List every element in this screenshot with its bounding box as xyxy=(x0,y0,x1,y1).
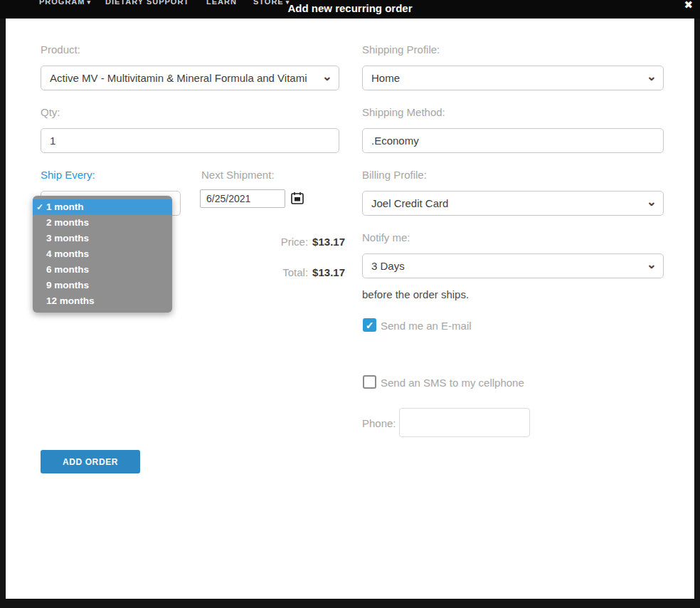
add-recurring-order-modal: Product: Active MV - Multivitamin & Mine… xyxy=(6,19,694,599)
sms-checkbox-label[interactable]: Send an SMS to my cellphone xyxy=(381,377,524,389)
dropdown-option-4-months[interactable]: 4 months xyxy=(33,246,172,262)
dropdown-option-label: 1 month xyxy=(46,201,84,212)
dropdown-option-label: 12 months xyxy=(46,295,95,306)
billing-profile-value: Joel Credit Card xyxy=(371,197,448,209)
dropdown-option-label: 6 months xyxy=(46,264,89,275)
dropdown-option-12-months[interactable]: 12 months xyxy=(33,293,172,309)
billing-profile-select[interactable]: Joel Credit Card ⌄ xyxy=(362,191,664,216)
shipping-method-input[interactable]: .Economy xyxy=(362,128,664,153)
qty-value: 1 xyxy=(50,135,55,147)
shipping-profile-label: Shipping Profile: xyxy=(362,43,440,56)
shipping-method-label: Shipping Method: xyxy=(362,106,445,118)
product-select-value: Active MV - Multivitamin & Mineral Formu… xyxy=(50,72,307,84)
total-label: Total: xyxy=(282,266,308,278)
page-backdrop-bottom xyxy=(0,599,700,608)
notify-suffix-text: before the order ships. xyxy=(362,288,469,300)
dropdown-option-9-months[interactable]: 9 months xyxy=(33,278,172,293)
shipping-method-value: .Economy xyxy=(371,135,419,147)
dropdown-option-6-months[interactable]: 6 months xyxy=(33,262,172,278)
calendar-icon[interactable] xyxy=(291,192,304,204)
check-icon: ✓ xyxy=(36,199,43,215)
billing-profile-label: Billing Profile: xyxy=(362,169,427,181)
total-row: Total: $13.17 xyxy=(200,266,345,278)
price-label: Price: xyxy=(281,236,308,248)
shipping-profile-select[interactable]: Home ⌄ xyxy=(362,65,664,90)
add-order-button[interactable]: ADD ORDER xyxy=(41,450,140,473)
dropdown-option-label: 4 months xyxy=(46,248,89,259)
ship-every-label: Ship Every: xyxy=(41,169,95,181)
sms-checkbox[interactable] xyxy=(363,375,376,389)
qty-label: Qty: xyxy=(41,106,60,118)
next-shipment-label: Next Shipment: xyxy=(201,169,275,181)
price-row: Price: $13.17 xyxy=(200,236,345,248)
dropdown-option-label: 2 months xyxy=(46,217,89,228)
close-icon[interactable]: ✖ xyxy=(684,0,693,11)
chevron-down-icon: ⌄ xyxy=(322,70,332,83)
next-shipment-input[interactable] xyxy=(200,189,285,208)
dropdown-option-label: 9 months xyxy=(46,280,89,290)
product-label: Product: xyxy=(41,43,80,56)
modal-title: Add new recurring order xyxy=(0,2,700,14)
qty-input[interactable]: 1 xyxy=(41,128,339,153)
dropdown-option-label: 3 months xyxy=(46,233,89,243)
total-value: $13.17 xyxy=(312,266,345,278)
dropdown-option-1-month[interactable]: ✓ 1 month xyxy=(33,199,172,215)
phone-input[interactable] xyxy=(399,408,530,437)
dropdown-option-2-months[interactable]: 2 months xyxy=(33,215,172,231)
notify-me-value: 3 Days xyxy=(371,260,405,272)
check-icon: ✓ xyxy=(366,320,374,331)
chevron-down-icon: ⌄ xyxy=(647,70,657,83)
dropdown-option-3-months[interactable]: 3 months xyxy=(33,231,172,246)
top-bar: PROGRAM▾ DIETARY SUPPORT LEARN STORE▾ Ad… xyxy=(0,0,700,19)
notify-me-select[interactable]: 3 Days ⌄ xyxy=(362,253,664,278)
chevron-down-icon: ⌄ xyxy=(647,258,657,271)
email-checkbox-label[interactable]: Send me an E-mail xyxy=(381,320,472,332)
product-select[interactable]: Active MV - Multivitamin & Mineral Formu… xyxy=(41,65,339,90)
shipping-profile-value: Home xyxy=(371,72,400,84)
notify-me-label: Notify me: xyxy=(362,231,410,243)
price-value: $13.17 xyxy=(312,236,345,248)
chevron-down-icon: ⌄ xyxy=(647,196,657,208)
ship-every-dropdown: ✓ 1 month 2 months 3 months 4 months 6 m… xyxy=(33,196,172,313)
phone-label: Phone: xyxy=(362,417,396,429)
email-checkbox[interactable]: ✓ xyxy=(363,318,376,332)
